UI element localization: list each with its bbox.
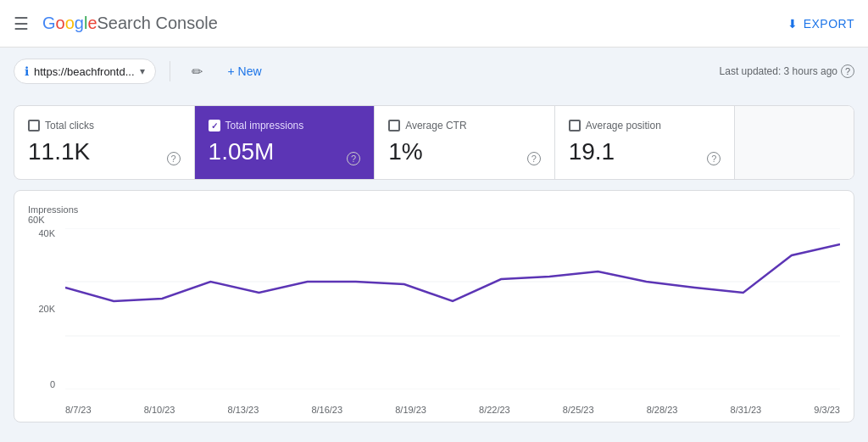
edit-button[interactable]: ✏ [184,58,211,85]
total-clicks-value: 11.1K [28,138,181,165]
url-text: https://beachfrontd... [34,65,135,78]
average-ctr-help-icon[interactable]: ? [527,152,541,165]
total-clicks-help-icon[interactable]: ? [167,152,181,165]
total-impressions-help-icon[interactable]: ? [347,152,360,165]
x-tick-4: 8/19/23 [395,405,426,415]
chart-area: 0 20K 40K 8/7/23 8/10/23 [28,228,840,415]
y-tick-20k: 20K [28,304,62,314]
app-title: Search Console [97,14,218,33]
pencil-icon: ✏ [192,64,203,80]
metrics-row: Total clicks 11.1K ? Total impressions 1… [14,105,854,180]
average-position-checkbox[interactable] [569,120,581,131]
total-impressions-checkbox[interactable] [209,120,220,131]
total-impressions-label: Total impressions [225,120,304,131]
impressions-line [65,244,840,301]
logo-letter-o2: o [65,14,75,33]
header-left: ☰ Google Search Console [14,14,218,34]
export-button[interactable]: ⬇ EXPORT [787,17,854,31]
x-tick-1: 8/10/23 [144,405,175,415]
x-tick-0: 8/7/23 [65,405,92,415]
app-logo: Google Search Console [42,14,218,33]
x-tick-6: 8/25/23 [563,405,594,415]
new-label: + New [228,64,262,78]
toolbar: ℹ https://beachfrontd... ▾ ✏ + New Last … [0,48,868,95]
chevron-down-icon: ▾ [140,65,145,77]
logo-letter-e: e [87,14,97,33]
total-clicks-checkbox[interactable] [28,120,40,131]
metric-empty [735,106,854,179]
chart-x-axis: 8/7/23 8/10/23 8/13/23 8/16/23 8/19/23 8… [65,389,840,415]
menu-icon[interactable]: ☰ [14,14,29,34]
chart-svg [65,228,840,389]
x-tick-2: 8/13/23 [228,405,259,415]
logo-letter-g: G [42,14,56,33]
main-content: Total clicks 11.1K ? Total impressions 1… [0,95,868,433]
average-position-label: Average position [586,120,661,131]
impressions-chart: Impressions60K 0 20K 40K [14,190,854,422]
x-tick-8: 8/31/23 [731,405,762,415]
help-circle-icon[interactable]: ? [841,64,854,78]
average-position-value: 19.1 [569,138,721,165]
last-updated-text: Last updated: 3 hours ago ? [720,64,854,78]
url-info-icon: ℹ [25,64,29,78]
average-ctr-label: Average CTR [405,120,466,131]
x-tick-9: 9/3/23 [814,405,840,415]
metric-average-ctr[interactable]: Average CTR 1% ? [375,106,555,179]
app-header: ☰ Google Search Console ⬇ EXPORT [0,0,868,48]
toolbar-divider [170,61,170,81]
url-selector[interactable]: ℹ https://beachfrontd... ▾ [14,59,156,84]
y-tick-0: 0 [28,379,62,389]
metric-total-clicks[interactable]: Total clicks 11.1K ? [14,106,195,179]
y-tick-40k: 40K [28,228,62,238]
chart-y-axis: 0 20K 40K [28,228,62,389]
x-tick-3: 8/16/23 [311,405,342,415]
new-button[interactable]: + New [221,59,269,83]
export-icon: ⬇ [787,17,798,31]
x-tick-7: 8/28/23 [647,405,678,415]
logo-letter-g2: g [75,14,84,33]
logo-letter-o1: o [56,14,65,33]
chart-plot [65,228,840,389]
export-label: EXPORT [804,17,854,31]
total-clicks-label: Total clicks [45,120,94,131]
total-impressions-value: 1.05M [209,138,361,165]
average-ctr-checkbox[interactable] [388,120,400,131]
x-tick-5: 8/22/23 [479,405,510,415]
metric-total-impressions[interactable]: Total impressions 1.05M ? [195,106,376,179]
average-ctr-value: 1% [388,138,541,165]
chart-y-label: Impressions60K [28,204,840,225]
metric-average-position[interactable]: Average position 19.1 ? [555,106,736,179]
